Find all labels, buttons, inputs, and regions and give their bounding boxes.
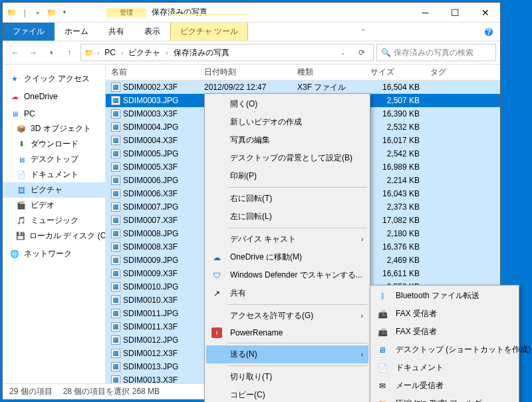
file-row[interactable]: SDIM0002.X3F2012/09/22 12:47X3F ファイル16,5… (106, 81, 500, 94)
refresh-icon[interactable]: ⟳ (353, 44, 370, 61)
nav-forward-button[interactable]: → (25, 44, 42, 61)
sm-desktop[interactable]: 🖥デスクトップ (ショートカットを作成) (372, 341, 517, 359)
sm-mail[interactable]: ✉メール受信者 (372, 377, 517, 395)
svg-text:?: ? (486, 27, 491, 37)
music-icon: 🎵 (16, 216, 27, 226)
search-input[interactable]: 🔍 保存済みの写真の検索 (376, 44, 496, 61)
cm-new-video[interactable]: 新しいビデオの作成 (206, 113, 368, 131)
sidebar-pictures[interactable]: 🖼ピクチャ (3, 182, 105, 198)
tab-picture-tools[interactable]: ピクチャ ツール (170, 23, 248, 41)
disk-icon: 💾 (16, 231, 25, 242)
chevron-right-icon: › (361, 236, 363, 243)
cm-rotate-left[interactable]: 左に回転(L) (206, 208, 368, 226)
cm-rotate-right[interactable]: 右に回転(T) (206, 190, 368, 208)
nav-back-button[interactable]: ← (7, 44, 24, 61)
file-icon (111, 282, 120, 292)
cm-set-background[interactable]: デスクトップの背景として設定(B) (206, 149, 368, 167)
file-icon (111, 242, 120, 252)
sidebar-documents[interactable]: 📄ドキュメント (3, 167, 105, 182)
chevron-right-icon[interactable]: › (96, 49, 100, 57)
qat-dropdown-icon[interactable]: ▼ (59, 7, 70, 19)
sm-zip[interactable]: 📁圧縮 (zip 形式) フォルダー (372, 395, 517, 402)
file-icon (111, 375, 120, 383)
file-icon (111, 109, 120, 118)
file-icon (111, 149, 120, 158)
sidebar-videos[interactable]: 🎬ビデオ (3, 198, 105, 213)
chevron-right-icon: › (361, 351, 363, 358)
sidebar-local-disk[interactable]: 💾ローカル ディスク (C:) (3, 228, 105, 244)
document-icon: 📄 (377, 363, 388, 373)
sm-fax1[interactable]: 📠FAX 受信者 (372, 305, 517, 323)
tab-home[interactable]: ホーム (55, 23, 98, 41)
column-date[interactable]: 日付時刻 (199, 65, 292, 80)
cm-powerrename[interactable]: IPowerRename (206, 325, 368, 341)
help-icon[interactable]: ? (477, 23, 500, 41)
cm-share[interactable]: ↗共有 (206, 284, 368, 302)
bluetooth-icon: ᛒ (377, 291, 388, 302)
ribbon-expand-icon[interactable]: ⌃ (354, 23, 372, 41)
file-icon (111, 136, 120, 145)
column-size[interactable]: サイズ (365, 65, 425, 80)
cm-onedrive[interactable]: ☁OneDrive に移動(M) (206, 248, 368, 266)
breadcrumb-folder[interactable]: 保存済みの写真 (171, 45, 232, 61)
maximize-button[interactable]: ☐ (440, 3, 470, 23)
file-icon (111, 335, 120, 345)
sm-bluetooth[interactable]: ᛒBluetooth ファイル転送 (372, 287, 517, 305)
column-headers: 名前 日付時刻 種類 サイズ タグ (106, 65, 500, 81)
sidebar-onedrive[interactable]: ☁OneDrive (3, 89, 105, 104)
cm-open[interactable]: 開く(O) (206, 95, 368, 113)
cm-sendto[interactable]: 送る(N)› (206, 345, 368, 363)
video-icon: 🎬 (16, 200, 27, 211)
sm-fax2[interactable]: 📠FAX 受信者 (372, 323, 517, 341)
cm-print[interactable]: 印刷(P) (206, 167, 368, 185)
sidebar-downloads[interactable]: ⬇ダウンロード (3, 136, 105, 152)
shield-icon: 🛡 (211, 270, 222, 281)
qat-divider: | (19, 7, 31, 19)
nav-up-button[interactable]: ↑ (61, 44, 78, 61)
breadcrumb[interactable]: 📁 › PC › ピクチャ › 保存済みの写真 ⌄ ⟳ (80, 44, 374, 61)
powerrename-icon: I (211, 327, 222, 338)
sidebar-desktop[interactable]: 🖥デスクトップ (3, 152, 105, 167)
file-icon (111, 216, 120, 225)
chevron-right-icon[interactable]: › (120, 49, 124, 57)
cm-cast[interactable]: デバイス キャスト› (206, 230, 368, 248)
sidebar-3d-objects[interactable]: 📦3D オブジェクト (3, 121, 105, 136)
ribbon-tabs: ファイル ホーム 共有 表示 ピクチャ ツール ⌃ ? (3, 23, 500, 41)
breadcrumb-pc[interactable]: PC (102, 45, 118, 61)
cm-access[interactable]: アクセスを許可する(G)› (206, 307, 368, 325)
cloud-icon: ☁ (211, 252, 222, 263)
column-name[interactable]: 名前 (106, 65, 199, 80)
column-type[interactable]: 種類 (292, 65, 365, 80)
app-icon: 📁 (5, 7, 17, 19)
cm-edit-photo[interactable]: 写真の編集 (206, 131, 368, 149)
column-tag[interactable]: タグ (425, 65, 500, 80)
cm-defender[interactable]: 🛡Windows Defender でスキャンする... (206, 266, 368, 284)
minimize-button[interactable]: ─ (410, 3, 440, 23)
tab-share[interactable]: 共有 (98, 23, 134, 41)
sidebar-music[interactable]: 🎵ミュージック (3, 213, 105, 228)
cm-separator (227, 228, 367, 228)
status-selection: 28 個の項目を選択 268 MB (63, 386, 160, 397)
tab-view[interactable]: 表示 (134, 23, 170, 41)
nav-sidebar: ★クイック アクセス ☁OneDrive 🖥PC 📦3D オブジェクト ⬇ダウン… (3, 65, 106, 383)
cm-cut[interactable]: 切り取り(T) (206, 368, 368, 386)
mail-icon: ✉ (377, 381, 388, 391)
cm-separator (227, 304, 367, 305)
chevron-right-icon[interactable]: › (164, 49, 169, 57)
close-button[interactable]: ✕ (470, 3, 500, 23)
sm-documents[interactable]: 📄ドキュメント (372, 359, 517, 377)
search-placeholder: 保存済みの写真の検索 (394, 47, 473, 59)
file-icon (111, 83, 120, 92)
cm-copy[interactable]: コピー(C) (206, 386, 368, 402)
sidebar-quick-access[interactable]: ★クイック アクセス (3, 71, 105, 87)
download-icon: ⬇ (16, 139, 27, 150)
qat-properties-icon[interactable]: ▫ (32, 7, 44, 19)
qat-newfolder-icon[interactable]: 📁 (45, 7, 57, 19)
file-icon (111, 229, 120, 238)
breadcrumb-dropdown-icon[interactable]: ⌄ (334, 44, 352, 61)
breadcrumb-pictures[interactable]: ピクチャ (126, 45, 163, 61)
sidebar-pc[interactable]: 🖥PC (3, 106, 105, 121)
nav-history-button[interactable]: ▾ (43, 44, 60, 61)
sidebar-network[interactable]: 🌐ネットワーク (3, 246, 105, 262)
tab-file[interactable]: ファイル (3, 23, 55, 41)
